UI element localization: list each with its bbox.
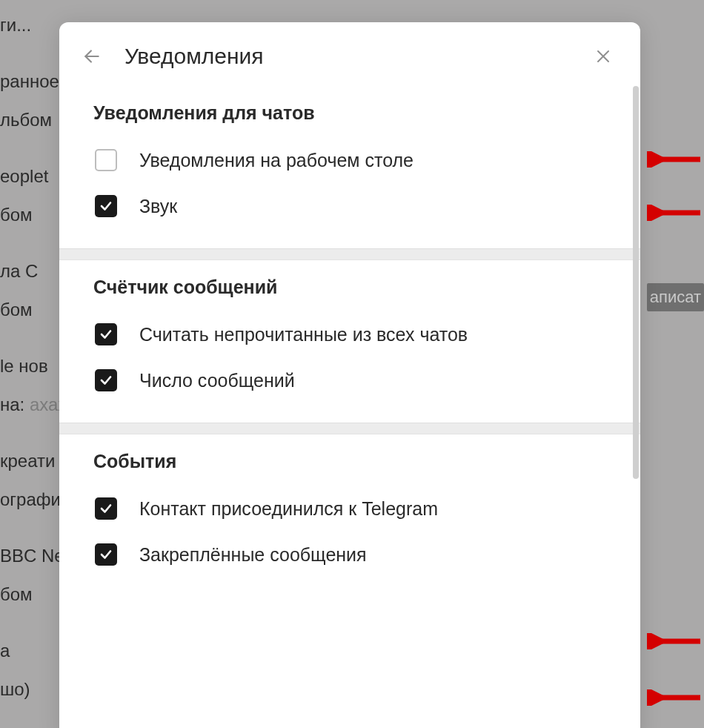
section-message-counter: Счётчик сообщений Считать непрочитанные … bbox=[59, 260, 640, 423]
option-desktop-notifications[interactable]: Уведомления на рабочем столе bbox=[59, 137, 640, 183]
modal-title: Уведомления bbox=[124, 44, 590, 69]
check-icon bbox=[99, 199, 113, 213]
section-divider bbox=[59, 423, 640, 434]
close-button[interactable] bbox=[590, 43, 617, 70]
back-button[interactable] bbox=[79, 43, 105, 70]
option-count-unread[interactable]: Считать непрочитанные из всех чатов bbox=[59, 311, 640, 357]
section-title: События bbox=[59, 442, 640, 486]
option-label: Число сообщений bbox=[139, 370, 295, 391]
checkbox-checked[interactable] bbox=[95, 369, 117, 391]
close-icon bbox=[594, 47, 612, 65]
check-icon bbox=[99, 502, 113, 515]
option-label: Закреплённые сообщения bbox=[139, 544, 367, 566]
section-title: Уведомления для чатов bbox=[59, 93, 640, 137]
bg-right-label: аписат bbox=[647, 283, 704, 311]
section-divider bbox=[59, 248, 640, 260]
checkbox-checked[interactable] bbox=[95, 497, 117, 520]
section-events: События Контакт присоединился к Telegram… bbox=[59, 434, 640, 597]
scrollbar[interactable] bbox=[633, 86, 639, 479]
check-icon bbox=[99, 374, 113, 387]
option-label: Контакт присоединился к Telegram bbox=[139, 498, 438, 520]
checkbox-checked[interactable] bbox=[95, 543, 117, 566]
modal-header: Уведомления bbox=[59, 22, 640, 86]
option-contact-joined[interactable]: Контакт присоединился к Telegram bbox=[59, 486, 640, 532]
option-label: Звук bbox=[139, 196, 177, 217]
checkbox-unchecked[interactable] bbox=[95, 149, 117, 171]
option-label: Считать непрочитанные из всех чатов bbox=[139, 324, 468, 345]
modal-body[interactable]: Уведомления для чатов Уведомления на раб… bbox=[59, 86, 640, 728]
section-title: Счётчик сообщений bbox=[59, 268, 640, 311]
checkbox-checked[interactable] bbox=[95, 195, 117, 217]
option-pinned-messages[interactable]: Закреплённые сообщения bbox=[59, 532, 640, 578]
check-icon bbox=[99, 328, 113, 341]
section-chat-notifications: Уведомления для чатов Уведомления на раб… bbox=[59, 86, 640, 248]
check-icon bbox=[99, 548, 113, 561]
option-label: Уведомления на рабочем столе bbox=[139, 150, 414, 171]
option-message-count[interactable]: Число сообщений bbox=[59, 357, 640, 403]
notifications-settings-modal: Уведомления Уведомления для чатов Уведом… bbox=[59, 22, 640, 728]
checkbox-checked[interactable] bbox=[95, 323, 117, 345]
option-sound[interactable]: Звук bbox=[59, 183, 640, 229]
arrow-left-icon bbox=[82, 47, 102, 66]
